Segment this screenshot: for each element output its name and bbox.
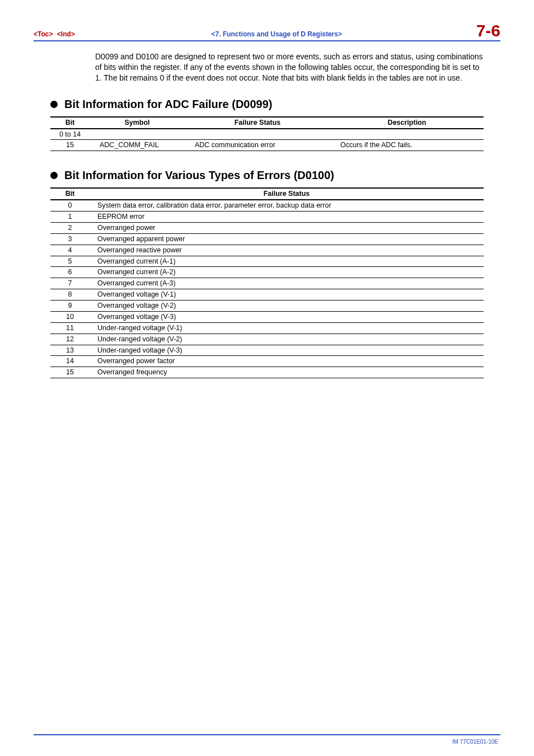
cell-failure: Overranged current (A-1) xyxy=(90,256,484,267)
cell-failure xyxy=(185,129,330,140)
cell-failure: Overranged voltage (V-3) xyxy=(90,311,484,322)
cell-failure: Overranged reactive power xyxy=(90,245,484,256)
table-row: 0 to 14 xyxy=(50,129,484,140)
cell-bit: 5 xyxy=(50,256,90,267)
header-left: <Toc> <Ind> xyxy=(34,30,77,38)
cell-bit: 0 to 14 xyxy=(50,129,90,140)
cell-symbol: ADC_COMM_FAIL xyxy=(90,140,185,151)
cell-bit: 9 xyxy=(50,300,90,312)
cell-bit: 3 xyxy=(50,233,90,245)
cell-failure: Under-ranged voltage (V-3) xyxy=(90,345,484,356)
cell-bit: 15 xyxy=(50,140,90,151)
table-row: 10Overranged voltage (V-3) xyxy=(50,311,484,322)
cell-bit: 6 xyxy=(50,267,90,278)
cell-desc: Occurs if the ADC fails. xyxy=(330,140,484,151)
cell-bit: 12 xyxy=(50,334,90,345)
th-bit: Bit xyxy=(50,117,90,129)
cell-bit: 2 xyxy=(50,222,90,233)
table-row: 15Overranged frequency xyxy=(50,367,484,378)
cell-failure: EEPROM error xyxy=(90,212,484,223)
table-row: 2Overranged power xyxy=(50,222,484,233)
cell-failure: Under-ranged voltage (V-2) xyxy=(90,334,484,345)
cell-failure: Overranged power xyxy=(90,222,484,233)
page-number: 7-6 xyxy=(476,22,500,39)
cell-failure: Overranged apparent power xyxy=(90,233,484,245)
ind-link[interactable]: <Ind> xyxy=(57,30,75,38)
intro-paragraph: D0099 and D0100 are designed to represen… xyxy=(95,51,484,83)
th-desc: Description xyxy=(330,117,484,129)
table-row: 4Overranged reactive power xyxy=(50,245,484,256)
table-row: 15 ADC_COMM_FAIL ADC communication error… xyxy=(50,140,484,151)
table-row: 9Overranged voltage (V-2) xyxy=(50,300,484,312)
th-failure: Failure Status xyxy=(90,188,484,200)
table-row: 8Overranged voltage (V-1) xyxy=(50,289,484,300)
cell-bit: 8 xyxy=(50,289,90,300)
th-bit: Bit xyxy=(50,188,90,200)
table-row: 13Under-ranged voltage (V-3) xyxy=(50,345,484,356)
cell-bit: 14 xyxy=(50,356,90,367)
cell-desc xyxy=(330,129,484,140)
cell-failure: Overranged frequency xyxy=(90,367,484,378)
header-chapter: <7. Functions and Usage of D Registers> xyxy=(212,30,342,38)
cell-bit: 7 xyxy=(50,278,90,289)
table-row: 14Overranged power factor xyxy=(50,356,484,367)
table-row: 6Overranged current (A-2) xyxy=(50,267,484,278)
table-row: 0System data error, calibration data err… xyxy=(50,200,484,211)
table-row: 7Overranged current (A-3) xyxy=(50,278,484,289)
cell-bit: 10 xyxy=(50,311,90,322)
section-title: Bit Information for Various Types of Err… xyxy=(64,169,334,182)
th-symbol: Symbol xyxy=(90,117,185,129)
cell-failure: Overranged voltage (V-2) xyxy=(90,300,484,312)
toc-link[interactable]: <Toc> xyxy=(34,30,53,38)
th-failure: Failure Status xyxy=(185,117,330,129)
bullet-icon xyxy=(50,172,58,179)
bullet-icon xyxy=(50,101,58,108)
table-row: 1EEPROM error xyxy=(50,212,484,223)
cell-bit: 1 xyxy=(50,212,90,223)
page-footer: IM 77C01E01-10E xyxy=(34,734,500,745)
table-row: 3Overranged apparent power xyxy=(50,233,484,245)
section-heading-d0100: Bit Information for Various Types of Err… xyxy=(50,169,500,182)
cell-bit: 11 xyxy=(50,322,90,334)
cell-failure: ADC communication error xyxy=(185,140,330,151)
page-header: <Toc> <Ind> <7. Functions and Usage of D… xyxy=(34,22,500,41)
cell-bit: 0 xyxy=(50,200,90,211)
cell-failure: Overranged current (A-3) xyxy=(90,278,484,289)
cell-failure: System data error, calibration data erro… xyxy=(90,200,484,211)
cell-bit: 13 xyxy=(50,345,90,356)
table-row: 5Overranged current (A-1) xyxy=(50,256,484,267)
section-heading-d0099: Bit Information for ADC Failure (D0099) xyxy=(50,98,500,111)
cell-failure: Under-ranged voltage (V-1) xyxy=(90,322,484,334)
table-header-row: Bit Failure Status xyxy=(50,188,484,200)
cell-failure: Overranged current (A-2) xyxy=(90,267,484,278)
cell-symbol xyxy=(90,129,185,140)
table-row: 12Under-ranged voltage (V-2) xyxy=(50,334,484,345)
table-row: 11Under-ranged voltage (V-1) xyxy=(50,322,484,334)
cell-failure: Overranged power factor xyxy=(90,356,484,367)
cell-bit: 15 xyxy=(50,367,90,378)
cell-failure: Overranged voltage (V-1) xyxy=(90,289,484,300)
cell-bit: 4 xyxy=(50,245,90,256)
section-title: Bit Information for ADC Failure (D0099) xyxy=(64,98,273,111)
table-header-row: Bit Symbol Failure Status Description xyxy=(50,117,484,129)
table-d0099: Bit Symbol Failure Status Description 0 … xyxy=(50,116,484,152)
table-d0100: Bit Failure Status 0System data error, c… xyxy=(50,187,484,378)
